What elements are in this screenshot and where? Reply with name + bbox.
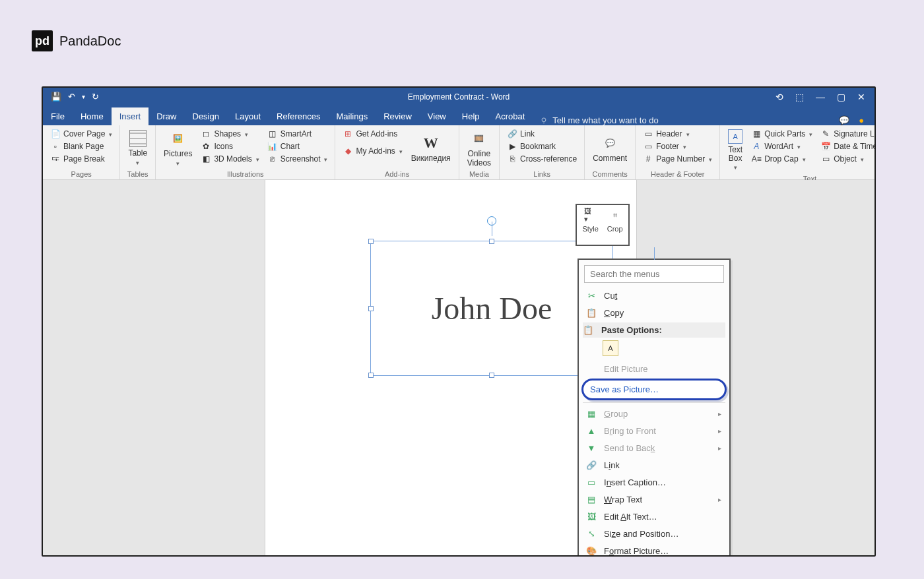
resize-handle[interactable] <box>368 306 374 311</box>
cover-page-button[interactable]: 📄Cover Page <box>48 128 114 140</box>
redo-icon[interactable]: ▾ <box>82 93 85 100</box>
footer-button[interactable]: ▭Footer <box>641 140 714 152</box>
resize-handle[interactable] <box>368 239 374 244</box>
resize-handle[interactable] <box>489 239 494 244</box>
accessibility-icon[interactable]: ⟲ <box>776 92 783 102</box>
wordart-button[interactable]: AWordArt <box>749 140 814 152</box>
table-button[interactable]: Table <box>125 128 150 169</box>
pictures-button[interactable]: 🖼️ Pictures <box>161 128 195 169</box>
text-box-button[interactable]: A Text Box <box>725 128 745 173</box>
online-videos-button[interactable]: 🎞️ Online Videos <box>465 128 494 169</box>
ribbon-group-comments: 💬 Comment Comments <box>585 125 636 179</box>
mini-style-button[interactable]: 🖼 ▾ Style <box>582 208 598 242</box>
bookmark-button[interactable]: ▶Bookmark <box>505 140 579 152</box>
signature-line-button[interactable]: ✎Signature Line <box>818 128 876 140</box>
paste-keep-text-button[interactable]: A <box>603 340 618 356</box>
icons-icon: ✿ <box>201 141 211 152</box>
ribbon-group-illustrations: 🖼️ Pictures ◻Shapes ✿Icons ◧3D Models ◫S… <box>156 125 335 179</box>
object-button[interactable]: ▭Object <box>818 153 876 165</box>
smartart-button[interactable]: ◫SmartArt <box>265 128 330 140</box>
logo-mark-icon: pd <box>32 30 53 51</box>
comments-toggle-icon[interactable]: 💬 <box>839 115 849 125</box>
table-icon <box>129 130 147 147</box>
crop-icon: ⌗ <box>608 208 622 222</box>
page-break-button[interactable]: ⮓Page Break <box>48 153 114 165</box>
ctx-wrap-text[interactable]: ▤Wrap Text▸ <box>583 491 725 508</box>
resize-handle[interactable] <box>489 373 494 378</box>
menu-acrobat[interactable]: Acrobat <box>488 107 533 125</box>
tell-me-search[interactable]: Tell me what you want to do <box>539 115 658 125</box>
my-addins-button[interactable]: ◆My Add-ins <box>341 145 404 157</box>
ctx-cut[interactable]: ✂Cut <box>583 287 725 304</box>
menu-help[interactable]: Help <box>454 107 488 125</box>
ribbon-group-header-footer: ▭Header ▭Footer #Page Number Header & Fo… <box>636 125 720 179</box>
blank-page-button[interactable]: ▫Blank Page <box>48 140 114 152</box>
ctx-edit-picture: Edit Picture <box>583 360 725 377</box>
menu-home[interactable]: Home <box>73 107 112 125</box>
page-number-button[interactable]: #Page Number <box>641 153 714 165</box>
comment-button[interactable]: 💬 Comment <box>590 128 630 169</box>
wikipedia-button[interactable]: W Википедия <box>409 128 453 169</box>
wikipedia-icon: W <box>422 134 440 152</box>
header-button[interactable]: ▭Header <box>641 128 714 140</box>
menu-references[interactable]: References <box>269 107 328 125</box>
quick-parts-button[interactable]: ▦Quick Parts <box>749 128 814 140</box>
ribbon-insert: 📄Cover Page ▫Blank Page ⮓Page Break Page… <box>43 125 874 180</box>
ctx-link[interactable]: 🔗Link <box>583 456 725 473</box>
ribbon-group-tables: Table Tables <box>120 125 156 179</box>
style-icon: 🖼 ▾ <box>583 208 598 222</box>
menu-draw[interactable]: Draw <box>148 107 184 125</box>
textbox-icon: A <box>728 129 742 144</box>
link-button[interactable]: 🔗Link <box>505 128 579 140</box>
close-button[interactable]: ✕ <box>857 92 865 102</box>
ribbon-display-icon[interactable]: ⬚ <box>795 92 804 102</box>
screenshot-button[interactable]: ⎚Screenshot <box>265 153 330 165</box>
icons-button[interactable]: ✿Icons <box>199 140 261 152</box>
shapes-button[interactable]: ◻Shapes <box>199 128 261 140</box>
menu-mailings[interactable]: Mailings <box>329 107 376 125</box>
ctx-paste-options: A <box>583 338 725 360</box>
menu-file[interactable]: File <box>43 107 73 125</box>
bring-front-icon: ▲ <box>585 425 597 437</box>
signature-textbox[interactable]: John Doe <box>370 241 613 376</box>
get-addins-button[interactable]: ⊞Get Add-ins <box>341 128 404 140</box>
size-icon: ⤡ <box>585 528 597 539</box>
screenshot-icon: ⎚ <box>267 154 278 164</box>
page-icon: 📄 <box>50 129 61 139</box>
cross-reference-button[interactable]: ⎘Cross-reference <box>505 153 579 165</box>
refresh-icon[interactable]: ↻ <box>92 92 99 102</box>
ctx-copy[interactable]: 📋Copy <box>583 304 725 321</box>
context-search-input[interactable] <box>584 265 724 283</box>
menu-layout[interactable]: Layout <box>227 107 269 125</box>
ctx-insert-caption[interactable]: ▭Insert Caption… <box>583 473 725 491</box>
ctx-save-as-picture[interactable]: Save as Picture… <box>581 379 727 400</box>
send-back-icon: ▼ <box>585 442 597 454</box>
paste-icon: 📋 <box>583 325 593 335</box>
comment-icon: 💬 <box>601 134 619 152</box>
save-icon[interactable]: 💾 <box>51 92 61 102</box>
menu-insert[interactable]: Insert <box>112 107 149 125</box>
chart-button[interactable]: 📊Chart <box>265 140 330 152</box>
undo-icon[interactable]: ↶ <box>68 92 75 102</box>
ctx-paste-options-header: 📋Paste Options: <box>583 322 725 338</box>
mini-crop-button[interactable]: ⌗ Crop <box>607 208 623 242</box>
wordart-icon: A <box>751 141 762 152</box>
blank-page-icon: ▫ <box>50 141 61 152</box>
signature-icon: ✎ <box>820 129 831 139</box>
drop-cap-button[interactable]: A≡Drop Cap <box>749 153 814 165</box>
autosave-indicator-icon: ● <box>859 115 864 125</box>
menu-view[interactable]: View <box>420 107 454 125</box>
rotate-handle-icon[interactable] <box>487 216 496 226</box>
3d-models-button[interactable]: ◧3D Models <box>199 153 261 165</box>
ctx-bring-to-front: ▲Bring to Front▸ <box>583 422 725 439</box>
date-time-button[interactable]: 📅Date & Time <box>818 140 876 152</box>
ctx-edit-alt-text[interactable]: 🖼Edit Alt Text… <box>583 508 725 525</box>
menu-review[interactable]: Review <box>376 107 420 125</box>
maximize-button[interactable]: ▢ <box>837 92 845 102</box>
ctx-size-position[interactable]: ⤡Size and Position… <box>583 525 725 542</box>
lightbulb-icon <box>539 116 548 125</box>
menu-design[interactable]: Design <box>185 107 227 125</box>
resize-handle[interactable] <box>368 373 374 378</box>
minimize-button[interactable]: — <box>816 92 825 102</box>
ctx-format-picture[interactable]: 🎨Format Picture… <box>583 542 725 557</box>
